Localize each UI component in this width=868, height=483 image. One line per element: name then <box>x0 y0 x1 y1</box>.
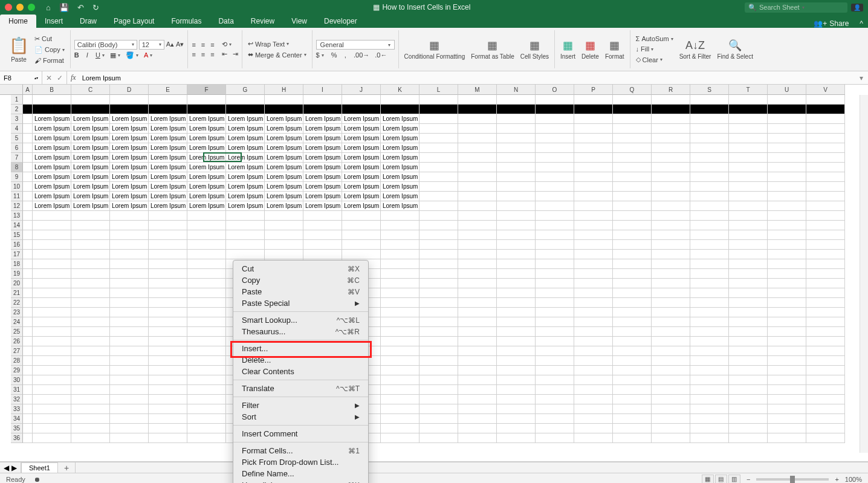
cell[interactable] <box>149 279 187 288</box>
cell[interactable] <box>768 356 806 366</box>
cell[interactable] <box>71 366 110 375</box>
cell[interactable] <box>690 95 729 105</box>
row-header-15[interactable]: 15 <box>11 230 23 240</box>
collapse-ribbon-button[interactable]: ^ <box>855 19 868 28</box>
cell[interactable] <box>110 346 149 356</box>
cell[interactable] <box>419 346 458 356</box>
cell[interactable]: Lorem Ipsum <box>381 192 419 201</box>
cell[interactable] <box>613 317 652 327</box>
row-header-13[interactable]: 13 <box>11 211 23 221</box>
cell[interactable] <box>806 211 845 221</box>
cell[interactable] <box>768 192 806 201</box>
cell[interactable] <box>690 250 729 259</box>
find-select-button[interactable]: 🔍Find & Select <box>715 39 754 60</box>
cell[interactable] <box>613 269 652 279</box>
cell[interactable] <box>33 250 71 259</box>
cell[interactable] <box>23 143 33 153</box>
cell[interactable] <box>419 172 458 182</box>
cell[interactable] <box>458 385 497 395</box>
cell[interactable] <box>690 221 729 230</box>
cell[interactable] <box>71 308 110 317</box>
currency-button[interactable]: $ <box>316 51 320 59</box>
cell[interactable] <box>536 211 574 221</box>
cell[interactable] <box>419 182 458 192</box>
cell[interactable] <box>419 385 458 395</box>
align-middle-button[interactable]: ≡ <box>201 41 205 48</box>
cell[interactable] <box>536 230 574 240</box>
column-header-d[interactable]: D <box>110 85 149 95</box>
cell[interactable] <box>574 356 613 366</box>
cell[interactable] <box>23 327 33 337</box>
cell[interactable] <box>574 163 613 172</box>
cell[interactable]: Lorem Ipsum <box>149 201 187 211</box>
cell[interactable] <box>729 346 768 356</box>
cell[interactable] <box>33 433 71 443</box>
cell[interactable] <box>497 105 536 114</box>
cell[interactable] <box>690 153 729 163</box>
cell[interactable]: Lorem Ipsum <box>149 153 187 163</box>
cell[interactable] <box>71 395 110 404</box>
cell[interactable] <box>536 105 574 114</box>
cell[interactable] <box>536 298 574 308</box>
cell[interactable] <box>497 346 536 356</box>
cell[interactable] <box>729 124 768 134</box>
cell[interactable] <box>536 172 574 182</box>
cell[interactable]: Lorem Ipsum <box>381 172 419 182</box>
cell[interactable]: Lorem Ipsum <box>187 201 226 211</box>
cell[interactable] <box>419 269 458 279</box>
cell[interactable] <box>265 105 303 114</box>
align-bottom-button[interactable]: ≡ <box>210 41 214 48</box>
ribbon-tab-home[interactable]: Home <box>0 15 36 28</box>
cell[interactable] <box>342 95 381 105</box>
cell[interactable] <box>458 153 497 163</box>
cell[interactable] <box>187 346 226 356</box>
cell[interactable] <box>149 375 187 385</box>
cell[interactable] <box>806 317 845 327</box>
increase-indent-button[interactable]: ⇥ <box>233 50 238 58</box>
cell[interactable] <box>23 114 33 124</box>
cell[interactable]: Lorem Ipsum <box>187 182 226 192</box>
cell[interactable] <box>110 240 149 250</box>
align-left-button[interactable]: ≡ <box>192 51 195 58</box>
row-header-12[interactable]: 12 <box>11 201 23 211</box>
cell[interactable]: Lorem Ipsum <box>342 134 381 143</box>
cell[interactable]: Lorem Ipsum <box>33 163 71 172</box>
row-header-14[interactable]: 14 <box>11 221 23 230</box>
cell[interactable]: Lorem Ipsum <box>265 114 303 124</box>
cell[interactable] <box>33 404 71 414</box>
context-menu-item-sort[interactable]: Sort▶ <box>233 411 368 423</box>
cell[interactable] <box>458 375 497 385</box>
cell[interactable]: Lorem Ipsum <box>71 192 110 201</box>
cell[interactable] <box>458 211 497 221</box>
cell[interactable] <box>613 134 652 143</box>
cell[interactable] <box>652 259 690 269</box>
cell[interactable] <box>419 124 458 134</box>
cell[interactable] <box>458 124 497 134</box>
cell[interactable] <box>110 105 149 114</box>
maximize-window-button[interactable] <box>28 4 35 11</box>
cell[interactable] <box>652 124 690 134</box>
cell[interactable]: Lorem Ipsum <box>149 172 187 182</box>
ribbon-tab-insert[interactable]: Insert <box>36 15 71 28</box>
cell[interactable] <box>265 95 303 105</box>
cell[interactable] <box>768 240 806 250</box>
cell[interactable] <box>419 317 458 327</box>
cell[interactable] <box>110 337 149 346</box>
conditional-formatting-button[interactable]: ▦Conditional Formatting <box>403 39 467 60</box>
cell[interactable] <box>381 346 419 356</box>
cell[interactable] <box>23 375 33 385</box>
cell[interactable] <box>23 346 33 356</box>
cell[interactable] <box>149 95 187 105</box>
cell[interactable]: Lorem Ipsum <box>149 192 187 201</box>
format-cells-button[interactable]: ▦Format <box>603 39 626 60</box>
cell[interactable] <box>652 414 690 424</box>
cell[interactable] <box>574 240 613 250</box>
cell[interactable] <box>536 385 574 395</box>
cell[interactable] <box>497 95 536 105</box>
cell[interactable] <box>768 404 806 414</box>
cell[interactable] <box>574 414 613 424</box>
cell[interactable] <box>690 346 729 356</box>
cell[interactable] <box>23 337 33 346</box>
column-header-k[interactable]: K <box>381 85 419 95</box>
cell[interactable] <box>187 211 226 221</box>
